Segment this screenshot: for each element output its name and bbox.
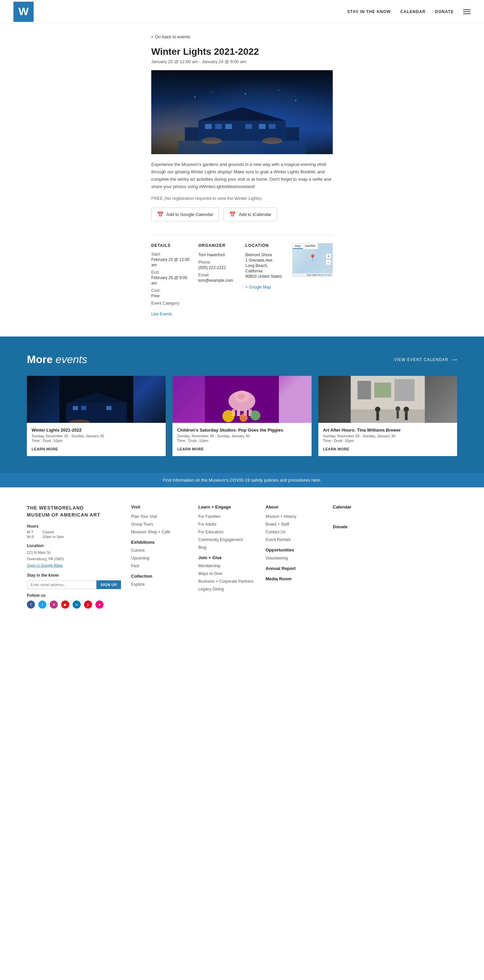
instagram-icon[interactable]: ✦ (50, 600, 58, 609)
event-card-3: Art After Hours: Tina Williams Brewer Su… (318, 376, 457, 456)
footer-community-engagement-link[interactable]: Community Engagement (198, 537, 243, 542)
learn-more-link-2[interactable]: LEARN MORE (177, 447, 204, 451)
svg-rect-18 (198, 121, 286, 141)
footer-volunteering-link[interactable]: Volunteering (265, 556, 288, 560)
add-google-calendar-button[interactable]: 📅 Add to Google Calendar (151, 208, 219, 221)
event-image (151, 70, 333, 154)
location-address: 1 Grenada Ave. (245, 258, 273, 262)
svg-point-45 (395, 406, 400, 411)
learn-more-link-3[interactable]: LEARN MORE (323, 447, 350, 451)
hamburger-menu[interactable] (463, 10, 471, 14)
footer-museum-shop-link[interactable]: Museum Shop + Café (131, 530, 170, 535)
footer-for-adults-link[interactable]: For Adults (198, 522, 216, 527)
open-in-google-maps-link[interactable]: Open in Google Maps (27, 563, 63, 567)
map-zoom-out-button[interactable]: − (326, 259, 331, 265)
signup-button[interactable]: SIGN UP (96, 580, 121, 589)
svg-point-35 (251, 410, 260, 420)
footer-board-staff-link[interactable]: Board + Staff (265, 522, 289, 527)
phone-value: (555) 222-2222 (198, 265, 226, 270)
footer-calendar-heading: Calendar (333, 504, 390, 509)
footer-ways-to-give-link[interactable]: Ways to Give (198, 571, 222, 576)
event-card-1: Winter Lights 2021-2022 Sunday, November… (27, 376, 166, 456)
footer-upcoming-link[interactable]: Upcoming (131, 556, 149, 560)
footer-opportunities-heading: Opportunities (265, 547, 323, 552)
site-logo[interactable]: W (13, 2, 34, 22)
svg-point-12 (211, 92, 212, 92)
footer-follow-label: Follow us (27, 593, 121, 598)
event-card-2: Children's Saturday Studios: Pop Goes th… (173, 376, 311, 456)
calendar-icon: 📅 (157, 211, 164, 218)
twitter-icon[interactable]: t (38, 600, 46, 609)
linkedin-icon[interactable]: in (73, 600, 81, 609)
page-header: W STAY IN THE KNOW CALENDAR DONATE (0, 0, 484, 24)
more-events-header: More events VIEW EVENT CALENDAR ⟶ (27, 353, 457, 366)
footer-event-rentals-link[interactable]: Event Rentals (265, 537, 291, 542)
event-card-time-2: Time : Dusk -10pm (177, 439, 307, 443)
nav-stay-in-the-know[interactable]: STAY IN THE KNOW (347, 10, 391, 14)
nav-calendar[interactable]: CALENDAR (400, 10, 425, 14)
page-footer: THE WESTMORELAND MUSEUM of AMERICAN ART … (0, 487, 484, 622)
footer-exhibitions-list: Current Upcoming Past (131, 547, 188, 568)
footer-plan-visit-link[interactable]: Plan Your Visit (131, 514, 157, 519)
footer-corporate-partners-link[interactable]: Business + Corporate Partners (198, 579, 254, 584)
footer-stay-label: Stay in the know (27, 573, 121, 578)
hours-days-2: W-S (27, 535, 37, 539)
hours-days-1: M-T (27, 530, 37, 534)
pinterest-icon[interactable]: p (84, 600, 92, 609)
svg-point-47 (403, 407, 409, 412)
event-cost: FREE (No registration required to view t… (151, 196, 333, 201)
live-events-link[interactable]: Live Events (151, 312, 172, 317)
start-value: February 22 @ 12:00 am (151, 257, 190, 267)
location-city: Long Beach, California (245, 263, 268, 274)
organizer-heading: ORGANIZER (198, 243, 239, 248)
footer-mission-history-link[interactable]: Mission + History (265, 514, 296, 519)
footer-blog-link[interactable]: Blog (198, 545, 206, 550)
email-input[interactable] (27, 580, 96, 589)
footer-col-calendar: Calendar Donate (333, 504, 390, 609)
google-map-link[interactable]: + Google Map (245, 285, 271, 290)
footer-group-tours-link[interactable]: Group Tours (131, 522, 153, 527)
svg-rect-48 (405, 412, 407, 420)
svg-point-43 (375, 407, 380, 412)
footer-hours-table: M-T Closed W-S 10am to 5pm (27, 530, 121, 539)
add-icalendar-button[interactable]: 📅 Add to iCalendar (224, 208, 277, 221)
main-content: ‹ Go back to events Winter Lights 2021-2… (145, 24, 339, 337)
learn-more-link-1[interactable]: LEARN MORE (32, 447, 58, 451)
main-nav: STAY IN THE KNOW CALENDAR DONATE (347, 10, 471, 14)
location-heading: LOCATION (245, 243, 286, 248)
footer-past-link[interactable]: Past (131, 563, 139, 568)
view-event-calendar-link[interactable]: VIEW EVENT CALENDAR ⟶ (394, 357, 457, 362)
youtube-icon[interactable]: ▶ (61, 600, 69, 609)
footer-join-give-heading: Join + Give (198, 555, 256, 560)
email-form: SIGN UP (27, 580, 121, 589)
svg-point-29 (238, 394, 245, 399)
footer-membership-link[interactable]: Membership (198, 563, 220, 568)
map-col: Map Satellite 📍 + − Map Data Terms of Us… (292, 243, 333, 317)
start-label: Start: (151, 252, 192, 256)
cost-label: Cost: (151, 288, 192, 293)
footer-for-educators-link[interactable]: For Educators (198, 530, 224, 535)
map-tab-map[interactable]: Map (293, 243, 303, 249)
facebook-icon[interactable]: f (27, 600, 35, 609)
event-card-image-3 (318, 376, 457, 423)
social-icons: f t ✦ ▶ in p ● (27, 600, 121, 609)
footer-explore-link[interactable]: Explore (131, 582, 145, 587)
flickr-icon[interactable]: ● (96, 600, 104, 609)
footer-legacy-giving-link[interactable]: Legacy Giving (198, 587, 224, 592)
footer-opportunities-list: Volunteering (265, 555, 323, 560)
map-tab-satellite[interactable]: Satellite (303, 243, 318, 249)
footer-hours-label: Hours (27, 524, 121, 529)
footer-current-link[interactable]: Current (131, 548, 145, 553)
footer-for-families-link[interactable]: For Families (198, 514, 220, 519)
map-placeholder[interactable]: Map Satellite 📍 + − Map Data Terms of Us… (292, 243, 333, 277)
map-zoom-in-button[interactable]: + (326, 254, 331, 259)
location-col: LOCATION Belmont Shore 1 Grenada Ave. Lo… (245, 243, 286, 317)
event-card-title-2: Children's Saturday Studios: Pop Goes th… (177, 428, 307, 433)
event-date: January 20 @ 12:00 am - January 24 @ 9:0… (151, 59, 333, 64)
svg-rect-39 (357, 381, 371, 399)
event-title: Winter Lights 2021-2022 (151, 46, 333, 57)
back-to-events-link[interactable]: ‹ Go back to events (151, 33, 333, 40)
nav-donate[interactable]: DONATE (435, 10, 454, 14)
back-arrow-icon: ‹ (151, 33, 153, 40)
footer-contact-us-link[interactable]: Contact Us (265, 530, 285, 535)
